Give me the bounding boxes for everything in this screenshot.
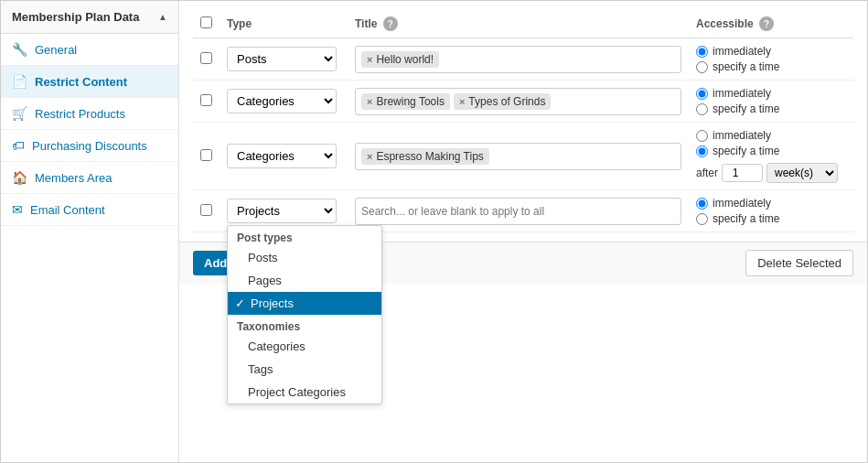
row3-after-unit[interactable]: week(s) day(s) month(s)	[766, 163, 838, 183]
tag-types-of-grinds-remove[interactable]: ×	[459, 96, 465, 107]
row4-type-dropdown-wrapper: Posts Pages Categories Tags Projects Pos…	[227, 199, 340, 223]
row2-checkbox-cell	[193, 81, 220, 123]
sidebar-item-label-purchasing-discounts: Purchasing Discounts	[32, 139, 147, 153]
content-table: Type Title ? Accessible ?	[193, 10, 853, 232]
row2-type-cell: Posts Pages Categories Tags Projects	[220, 81, 348, 123]
restrict-content-icon: 📄	[12, 74, 27, 89]
tag-types-of-grinds: × Types of Grinds	[454, 93, 551, 110]
row4-title-cell	[348, 190, 689, 232]
tag-hello-world-remove[interactable]: ×	[367, 54, 372, 65]
row4-radio-specify[interactable]: specify a time	[696, 212, 846, 225]
row2-type-select[interactable]: Posts Pages Categories Tags Projects	[227, 89, 337, 113]
row2-checkbox[interactable]	[200, 94, 212, 106]
row1-accessible-cell: immediately specify a time	[689, 38, 853, 81]
col-accessible-header: Accessible ?	[689, 10, 853, 38]
row4-radio-group: immediately specify a time	[696, 197, 846, 225]
sidebar-title: Membership Plan Data ▲	[1, 1, 178, 34]
row4-accessible-cell: immediately specify a time	[689, 190, 853, 232]
table-wrap: Type Title ? Accessible ?	[179, 1, 867, 242]
row3-type-cell: Posts Pages Categories Tags Projects	[220, 123, 348, 190]
row4-type-select[interactable]: Posts Pages Categories Tags Projects	[227, 199, 337, 223]
row4-checkbox-cell	[193, 190, 220, 232]
row3-time-spec: after week(s) day(s) month(s)	[696, 163, 846, 183]
sidebar-nav: 🔧 General 📄 Restrict Content 🛒 Restrict …	[1, 34, 178, 226]
tag-brewing-tools-remove[interactable]: ×	[367, 96, 372, 107]
sidebar-item-email-content[interactable]: ✉ Email Content	[1, 194, 178, 226]
row2-tag-input[interactable]: × Brewing Tools × Types of Grinds	[355, 88, 681, 115]
col-checkbox	[193, 10, 220, 38]
restrict-products-icon: 🛒	[12, 106, 27, 121]
row4-radio-immediately[interactable]: immediately	[696, 197, 846, 210]
sidebar-item-label-restrict-products: Restrict Products	[35, 107, 125, 121]
row1-checkbox[interactable]	[200, 52, 212, 64]
row3-type-select[interactable]: Posts Pages Categories Tags Projects	[227, 144, 337, 168]
type-dropdown-popup: Post types Posts Pages Projects Taxonomi…	[227, 225, 382, 404]
sidebar-item-members-area[interactable]: 🏠 Members Area	[1, 162, 178, 194]
email-content-icon: ✉	[12, 202, 23, 217]
dropdown-item-pages[interactable]: Pages	[228, 269, 381, 292]
sidebar-item-purchasing-discounts[interactable]: 🏷 Purchasing Discounts	[1, 130, 178, 162]
table-row: Posts Pages Categories Tags Projects Pos…	[193, 190, 853, 232]
row1-type-select[interactable]: Posts Pages Categories Tags Projects	[227, 47, 337, 71]
row2-title-cell: × Brewing Tools × Types of Grinds	[348, 81, 689, 123]
row4-search-input[interactable]	[361, 205, 675, 218]
dropdown-item-projects[interactable]: Projects	[228, 292, 381, 315]
title-help-icon[interactable]: ?	[383, 16, 398, 31]
tag-hello-world: × Hello world!	[361, 51, 439, 68]
row3-radio-group: immediately specify a time after	[696, 129, 846, 183]
row4-tag-input[interactable]	[355, 198, 681, 225]
row3-after-number[interactable]	[722, 164, 763, 182]
table-row: Posts Pages Categories Tags Projects ×	[193, 38, 853, 81]
row1-tag-input[interactable]: × Hello world!	[355, 46, 681, 73]
sidebar-item-label-email-content: Email Content	[30, 203, 105, 217]
collapse-icon[interactable]: ▲	[158, 12, 167, 22]
select-all-checkbox[interactable]	[200, 16, 212, 28]
row2-radio-specify[interactable]: specify a time	[696, 102, 846, 115]
dropdown-item-project-categories[interactable]: Project Categories	[228, 381, 381, 404]
dropdown-group-post-types: Post types	[228, 226, 381, 246]
row4-checkbox[interactable]	[200, 204, 212, 216]
col-type-header: Type	[220, 10, 348, 38]
row2-radio-group: immediately specify a time	[696, 87, 846, 115]
row1-radio-specify[interactable]: specify a time	[696, 60, 846, 73]
purchasing-discounts-icon: 🏷	[12, 138, 25, 153]
dropdown-item-tags[interactable]: Tags	[228, 358, 381, 381]
row2-accessible-cell: immediately specify a time	[689, 81, 853, 123]
tag-espresso-making-tips: × Espresso Making Tips	[361, 148, 489, 165]
row3-radio-immediately[interactable]: immediately	[696, 129, 846, 142]
row3-title-cell: × Espresso Making Tips	[348, 123, 689, 190]
sidebar-item-label-general: General	[35, 43, 77, 57]
dropdown-item-posts[interactable]: Posts	[228, 246, 381, 269]
sidebar: Membership Plan Data ▲ 🔧 General 📄 Restr…	[1, 1, 179, 462]
row1-title-cell: × Hello world!	[348, 38, 689, 81]
row4-type-cell: Posts Pages Categories Tags Projects Pos…	[220, 190, 348, 232]
row1-type-cell: Posts Pages Categories Tags Projects	[220, 38, 348, 81]
table-row: Posts Pages Categories Tags Projects ×	[193, 123, 853, 190]
members-area-icon: 🏠	[12, 170, 27, 185]
col-title-header: Title ?	[348, 10, 689, 38]
delete-selected-button[interactable]: Delete Selected	[745, 250, 853, 276]
row2-radio-immediately[interactable]: immediately	[696, 87, 846, 100]
row3-checkbox[interactable]	[200, 149, 212, 161]
dropdown-item-categories[interactable]: Categories	[228, 335, 381, 358]
row3-accessible-cell: immediately specify a time after	[689, 123, 853, 190]
table-row: Posts Pages Categories Tags Projects ×	[193, 81, 853, 123]
sidebar-title-text: Membership Plan Data	[12, 10, 139, 24]
row3-tag-input[interactable]: × Espresso Making Tips	[355, 143, 681, 170]
dropdown-group-taxonomies: Taxonomies	[228, 315, 381, 335]
main-content: Type Title ? Accessible ?	[179, 1, 867, 462]
general-icon: 🔧	[12, 42, 27, 57]
sidebar-item-restrict-products[interactable]: 🛒 Restrict Products	[1, 98, 178, 130]
row1-radio-immediately[interactable]: immediately	[696, 45, 846, 58]
row1-checkbox-cell	[193, 38, 220, 81]
tag-espresso-remove[interactable]: ×	[367, 151, 372, 162]
row3-checkbox-cell	[193, 123, 220, 190]
sidebar-item-general[interactable]: 🔧 General	[1, 34, 178, 66]
row1-radio-group: immediately specify a time	[696, 45, 846, 73]
accessible-help-icon[interactable]: ?	[759, 16, 774, 31]
sidebar-item-label-members-area: Members Area	[35, 171, 113, 185]
tag-brewing-tools: × Brewing Tools	[361, 93, 450, 110]
sidebar-item-restrict-content[interactable]: 📄 Restrict Content	[1, 66, 178, 98]
sidebar-item-label-restrict-content: Restrict Content	[35, 75, 127, 89]
row3-radio-specify[interactable]: specify a time	[696, 145, 846, 157]
